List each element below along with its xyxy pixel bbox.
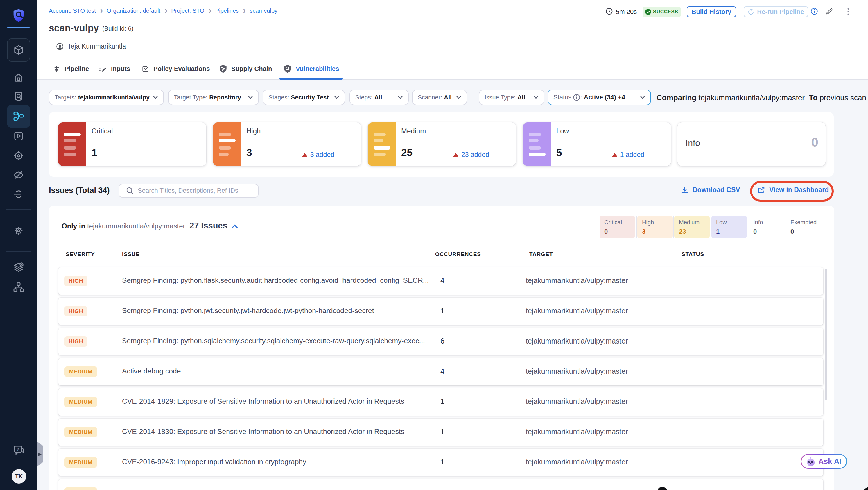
- svg-text:?: ?: [17, 447, 19, 452]
